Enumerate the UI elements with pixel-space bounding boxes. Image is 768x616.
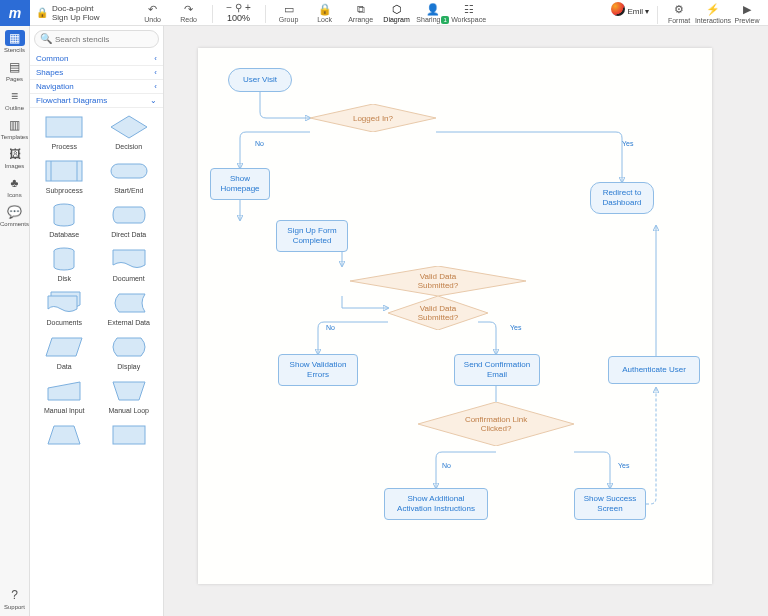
format-button[interactable]: ⚙Format [662,4,696,24]
chevron-left-icon: ‹ [154,68,157,77]
node-valid-data[interactable]: Valid Data Submitted? [350,266,526,296]
templates-icon: ▥ [5,117,25,133]
svg-marker-10 [113,382,145,400]
node-validation-errors[interactable]: Show Validation Errors [278,354,358,386]
canvas[interactable]: User Visit Logged In? No Yes Show Homepa… [164,26,768,616]
app-logo[interactable]: m [0,0,30,26]
project-name: Doc-a-point [52,4,100,13]
zoom-reset-icon[interactable]: ⚲ [235,2,242,13]
node-redirect[interactable]: Redirect to Dashboard [590,182,654,214]
padlock-icon: 🔒 [318,3,332,15]
node-show-homepage[interactable]: Show Homepage [210,168,270,200]
diagram-icon: ⬡ [392,3,402,15]
preview-icon: ▶ [743,4,751,16]
stencil-extra[interactable] [32,420,97,457]
node-signup-form[interactable]: Sign Up Form Completed [276,220,348,252]
document-name: Sign Up Flow [52,13,100,22]
chevron-left-icon: ‹ [154,54,157,63]
interactions-button[interactable]: ⚡Interactions [696,4,730,24]
nav-stencils[interactable]: ▦Stencils [2,30,28,53]
lock-button[interactable]: 🔒Lock [308,3,342,23]
interactions-icon: ⚡ [706,4,720,16]
search-input[interactable] [34,30,159,48]
left-iconbar: ▦Stencils ▤Pages ≡Outline ▥Templates 🖼Im… [0,26,30,616]
node-conf-link[interactable]: Confirmation Link Clicked? [418,408,574,440]
category-common[interactable]: Common‹ [30,52,163,66]
stencil-subprocess[interactable]: Subprocess [32,156,97,200]
stencils-icon: ▦ [5,30,25,46]
format-icon: ⚙ [674,4,684,16]
svg-marker-11 [48,426,80,444]
workspace-button[interactable]: ☷Workspace [452,3,486,23]
nav-templates[interactable]: ▥Templates [2,117,28,140]
stencil-extra2[interactable] [97,420,162,457]
group-button[interactable]: ▭Group [272,3,306,23]
stencil-search[interactable]: 🔍 [34,30,159,48]
nav-outline[interactable]: ≡Outline [2,88,28,111]
stencil-manualloop[interactable]: Manual Loop [97,376,162,420]
comments-icon: 💬 [5,204,25,220]
nav-icons[interactable]: ♣Icons [2,175,28,198]
avatar[interactable] [611,2,625,16]
node-user-visit[interactable]: User Visit [228,68,292,92]
lock-icon: 🔒 [36,7,48,18]
undo-icon: ↶ [148,3,157,15]
stencil-startend[interactable]: Start/End [97,156,162,200]
page[interactable]: User Visit Logged In? No Yes Show Homepa… [198,48,712,584]
icons-icon: ♣ [5,175,25,191]
stencil-document[interactable]: Document [97,244,162,288]
nav-comments[interactable]: 💬Comments [2,204,28,227]
zoom-control[interactable]: − ⚲ + 100% [219,2,259,23]
edge-label-no: No [326,324,335,331]
stencil-database[interactable]: Database [32,200,97,244]
nav-support[interactable]: ?Support [2,587,28,610]
node-success-screen[interactable]: Show Success Screen [574,488,646,520]
stencil-manualinput[interactable]: Manual Input [32,376,97,420]
top-toolbar: m 🔒 Doc-a-point Sign Up Flow ↶Undo ↷Redo… [0,0,768,26]
undo-button[interactable]: ↶Undo [136,3,170,23]
svg-rect-12 [113,426,145,444]
edge-label-yes: Yes [618,462,629,469]
nav-pages[interactable]: ▤Pages [2,59,28,82]
stencil-process[interactable]: Process [32,112,97,156]
support-icon: ? [5,587,25,603]
group-icon: ▭ [284,3,294,15]
zoom-in-icon[interactable]: + [245,2,251,13]
nav-images[interactable]: 🖼Images [2,146,28,169]
document-title-block[interactable]: 🔒 Doc-a-point Sign Up Flow [36,4,100,22]
stencil-externaldata[interactable]: External Data [97,288,162,332]
node-send-email[interactable]: Send Confirmation Email [454,354,540,386]
preview-button[interactable]: ▶Preview [730,4,764,24]
svg-marker-1 [111,116,147,138]
user-menu[interactable]: Emil▾ [627,7,649,16]
node-logged-in[interactable]: Logged In? [310,104,436,132]
arrange-button[interactable]: ⧉Arrange [344,3,378,23]
stencil-list[interactable]: Process Decision Subprocess Start/End Da… [30,108,163,616]
redo-button[interactable]: ↷Redo [172,3,206,23]
zoom-out-icon[interactable]: − [226,2,232,13]
category-navigation[interactable]: Navigation‹ [30,80,163,94]
edge-label-yes: Yes [622,140,633,147]
stencil-decision[interactable]: Decision [97,112,162,156]
sharing-button[interactable]: 👤Sharing1 [416,3,450,23]
stencil-data[interactable]: Data [32,332,97,376]
node-authenticate[interactable]: Authenticate User [608,356,700,384]
node-valid-data-inner[interactable]: Valid Data Submitted? [388,296,488,330]
chevron-down-icon: ▾ [645,7,649,16]
pages-icon: ▤ [5,59,25,75]
stencil-documents[interactable]: Documents [32,288,97,332]
node-add-instructions[interactable]: Show Additional Activation Instructions [384,488,488,520]
stencil-display[interactable]: Display [97,332,162,376]
svg-marker-9 [48,382,80,400]
svg-rect-5 [111,164,147,178]
category-shapes[interactable]: Shapes‹ [30,66,163,80]
svg-rect-0 [46,117,82,137]
edge-label-yes: Yes [510,324,521,331]
sharing-icon: 👤 [426,3,440,15]
edge-label-no: No [442,462,451,469]
zoom-percent: 100% [227,13,250,23]
category-flowchart[interactable]: Flowchart Diagrams⌄ [30,94,163,108]
stencil-directdata[interactable]: Direct Data [97,200,162,244]
stencil-disk[interactable]: Disk [32,244,97,288]
diagram-button[interactable]: ⬡Diagram [380,3,414,23]
